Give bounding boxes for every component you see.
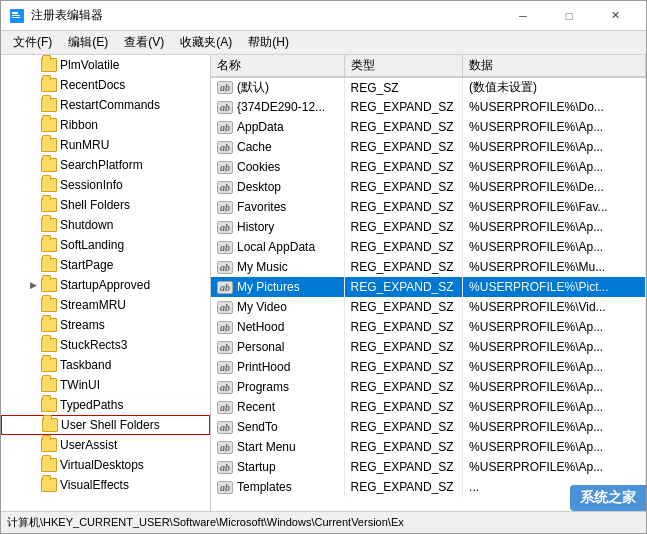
- tree-item-label: User Shell Folders: [61, 418, 160, 432]
- expand-arrow-icon[interactable]: [25, 337, 41, 353]
- tree-item-label: TypedPaths: [60, 398, 123, 412]
- expand-arrow-icon[interactable]: [25, 177, 41, 193]
- expand-arrow-icon[interactable]: [25, 77, 41, 93]
- menu-favorites[interactable]: 收藏夹(A): [172, 32, 240, 53]
- tree-item[interactable]: TypedPaths: [1, 395, 210, 415]
- tree-item[interactable]: VirtualDesktops: [1, 455, 210, 475]
- table-row[interactable]: abLocal AppDataREG_EXPAND_SZ%USERPROFILE…: [211, 237, 646, 257]
- expand-arrow-icon[interactable]: [25, 197, 41, 213]
- table-row[interactable]: abRecentREG_EXPAND_SZ%USERPROFILE%\Ap...: [211, 397, 646, 417]
- folder-icon: [41, 58, 57, 72]
- tree-item[interactable]: Shutdown: [1, 215, 210, 235]
- expand-arrow-icon[interactable]: [25, 437, 41, 453]
- table-row[interactable]: abStart MenuREG_EXPAND_SZ%USERPROFILE%\A…: [211, 437, 646, 457]
- table-row[interactable]: abMy MusicREG_EXPAND_SZ%USERPROFILE%\Mu.…: [211, 257, 646, 277]
- tree-item-label: PlmVolatile: [60, 58, 119, 72]
- tree-item[interactable]: Streams: [1, 315, 210, 335]
- tree-item[interactable]: RecentDocs: [1, 75, 210, 95]
- col-data[interactable]: 数据: [463, 55, 646, 77]
- expand-arrow-icon[interactable]: [25, 457, 41, 473]
- tree-item[interactable]: Taskband: [1, 355, 210, 375]
- tree-item[interactable]: TWinUI: [1, 375, 210, 395]
- expand-arrow-icon[interactable]: [25, 157, 41, 173]
- expand-arrow-icon[interactable]: [25, 217, 41, 233]
- expand-arrow-icon[interactable]: [25, 57, 41, 73]
- tree-item[interactable]: User Shell Folders: [1, 415, 210, 435]
- tree-item[interactable]: SearchPlatform: [1, 155, 210, 175]
- tree-item-label: UserAssist: [60, 438, 117, 452]
- tree-item[interactable]: RunMRU: [1, 135, 210, 155]
- tree-item[interactable]: StuckRects3: [1, 335, 210, 355]
- expand-arrow-icon[interactable]: [25, 397, 41, 413]
- cell-type: REG_EXPAND_SZ: [344, 237, 463, 257]
- expand-arrow-icon[interactable]: [26, 417, 42, 433]
- minimize-button[interactable]: ─: [500, 1, 546, 31]
- tree-item[interactable]: StartPage: [1, 255, 210, 275]
- cell-data: %USERPROFILE%\Ap...: [463, 417, 646, 437]
- folder-icon: [41, 298, 57, 312]
- expand-arrow-icon[interactable]: [25, 237, 41, 253]
- expand-arrow-icon[interactable]: [25, 137, 41, 153]
- tree-item[interactable]: RestartCommands: [1, 95, 210, 115]
- table-row[interactable]: abMy VideoREG_EXPAND_SZ%USERPROFILE%\Vid…: [211, 297, 646, 317]
- table-row[interactable]: abMy PicturesREG_EXPAND_SZ%USERPROFILE%\…: [211, 277, 646, 297]
- svg-rect-1: [12, 12, 18, 14]
- col-name[interactable]: 名称: [211, 55, 344, 77]
- maximize-button[interactable]: □: [546, 1, 592, 31]
- tree-item[interactable]: UserAssist: [1, 435, 210, 455]
- cell-data: %USERPROFILE%\Fav...: [463, 197, 646, 217]
- cell-type: REG_EXPAND_SZ: [344, 357, 463, 377]
- table-row[interactable]: abFavoritesREG_EXPAND_SZ%USERPROFILE%\Fa…: [211, 197, 646, 217]
- table-row[interactable]: abHistoryREG_EXPAND_SZ%USERPROFILE%\Ap..…: [211, 217, 646, 237]
- expand-arrow-icon[interactable]: [25, 357, 41, 373]
- folder-icon: [41, 278, 57, 292]
- cell-type: REG_EXPAND_SZ: [344, 417, 463, 437]
- tree-item[interactable]: SessionInfo: [1, 175, 210, 195]
- tree-item[interactable]: Shell Folders: [1, 195, 210, 215]
- close-button[interactable]: ✕: [592, 1, 638, 31]
- tree-item[interactable]: StreamMRU: [1, 295, 210, 315]
- table-row[interactable]: abSendToREG_EXPAND_SZ%USERPROFILE%\Ap...: [211, 417, 646, 437]
- table-row[interactable]: abPersonalREG_EXPAND_SZ%USERPROFILE%\Ap.…: [211, 337, 646, 357]
- table-row[interactable]: abDesktopREG_EXPAND_SZ%USERPROFILE%\De..…: [211, 177, 646, 197]
- tree-item[interactable]: Ribbon: [1, 115, 210, 135]
- table-row[interactable]: ab(默认)REG_SZ(数值未设置): [211, 77, 646, 97]
- col-type[interactable]: 类型: [344, 55, 463, 77]
- expand-arrow-icon[interactable]: [25, 477, 41, 493]
- cell-data: %USERPROFILE%\Ap...: [463, 157, 646, 177]
- cell-name: abMy Pictures: [211, 277, 344, 297]
- cell-data: %USERPROFILE%\Ap...: [463, 357, 646, 377]
- menu-file[interactable]: 文件(F): [5, 32, 60, 53]
- expand-arrow-icon[interactable]: [25, 257, 41, 273]
- cell-name: ab(默认): [211, 77, 344, 97]
- table-row[interactable]: ab{374DE290-12...REG_EXPAND_SZ%USERPROFI…: [211, 97, 646, 117]
- folder-icon: [41, 398, 57, 412]
- tree-item[interactable]: ▶StartupApproved: [1, 275, 210, 295]
- expand-arrow-icon[interactable]: [25, 297, 41, 313]
- menu-edit[interactable]: 编辑(E): [60, 32, 116, 53]
- registry-tree[interactable]: PlmVolatileRecentDocsRestartCommandsRibb…: [1, 55, 211, 511]
- cell-type: REG_EXPAND_SZ: [344, 477, 463, 497]
- expand-arrow-icon[interactable]: [25, 317, 41, 333]
- tree-item[interactable]: VisualEffects: [1, 475, 210, 495]
- registry-values[interactable]: 名称 类型 数据 ab(默认)REG_SZ(数值未设置)ab{374DE290-…: [211, 55, 646, 511]
- menu-help[interactable]: 帮助(H): [240, 32, 297, 53]
- menu-view[interactable]: 查看(V): [116, 32, 172, 53]
- table-row[interactable]: abStartupREG_EXPAND_SZ%USERPROFILE%\Ap..…: [211, 457, 646, 477]
- cell-name: abNetHood: [211, 317, 344, 337]
- table-row[interactable]: abPrintHoodREG_EXPAND_SZ%USERPROFILE%\Ap…: [211, 357, 646, 377]
- expand-arrow-icon[interactable]: [25, 97, 41, 113]
- tree-item[interactable]: PlmVolatile: [1, 55, 210, 75]
- cell-name: abCookies: [211, 157, 344, 177]
- expand-arrow-icon[interactable]: ▶: [25, 277, 41, 293]
- expand-arrow-icon[interactable]: [25, 117, 41, 133]
- expand-arrow-icon[interactable]: [25, 377, 41, 393]
- tree-item[interactable]: SoftLanding: [1, 235, 210, 255]
- table-row[interactable]: abAppDataREG_EXPAND_SZ%USERPROFILE%\Ap..…: [211, 117, 646, 137]
- table-row[interactable]: abCookiesREG_EXPAND_SZ%USERPROFILE%\Ap..…: [211, 157, 646, 177]
- table-row[interactable]: abProgramsREG_EXPAND_SZ%USERPROFILE%\Ap.…: [211, 377, 646, 397]
- folder-icon: [41, 98, 57, 112]
- table-row[interactable]: abCacheREG_EXPAND_SZ%USERPROFILE%\Ap...: [211, 137, 646, 157]
- cell-name: abHistory: [211, 217, 344, 237]
- table-row[interactable]: abNetHoodREG_EXPAND_SZ%USERPROFILE%\Ap..…: [211, 317, 646, 337]
